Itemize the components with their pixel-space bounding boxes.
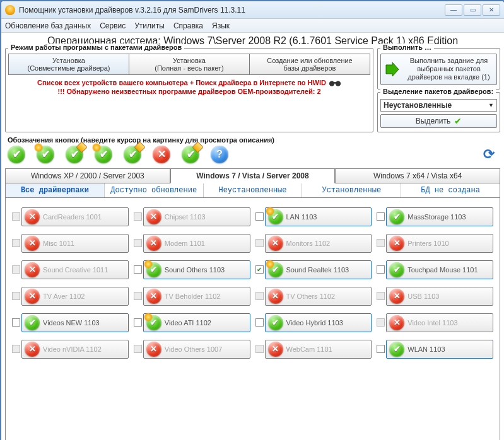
- driverpack-label: Video Hybrid 1103: [286, 319, 343, 327]
- refresh-icon[interactable]: ⟳: [480, 146, 498, 163]
- driverpack-button[interactable]: ✔Sound Realtek 1103: [265, 260, 372, 279]
- driverpack-item: ✔MassStorage 1103: [377, 207, 493, 227]
- cross-icon: ✕: [146, 289, 161, 304]
- driverpack-item: ✕Modem 1101: [134, 233, 250, 253]
- driverpack-item: ✕TV Aver 1102: [12, 286, 129, 306]
- driverpack-checkbox[interactable]: [377, 212, 385, 221]
- driverpack-checkbox[interactable]: [134, 265, 142, 274]
- legend-cross-icon: ✕: [153, 146, 170, 163]
- execute-button[interactable]: Выполнить задание для выбранных пакетов …: [380, 54, 497, 85]
- driverpack-button[interactable]: ✕Video Others 1007: [143, 340, 250, 359]
- driverpack-checkbox[interactable]: [377, 265, 385, 274]
- legend-check-warn-icon: ✔: [66, 146, 83, 163]
- driverpack-button[interactable]: ✕Modem 1101: [143, 234, 250, 253]
- driverpack-item: ✔Touchpad Mouse 1101: [377, 260, 493, 280]
- driverpack-button[interactable]: ✕TV Aver 1102: [21, 287, 129, 306]
- driverpack-checkbox[interactable]: [12, 318, 20, 327]
- menu-utils[interactable]: Утилиты: [134, 21, 165, 30]
- driverpack-button[interactable]: ✔Video Hybrid 1103: [265, 313, 372, 332]
- subtab-installed[interactable]: Установленные: [302, 183, 401, 197]
- subtab-nodb[interactable]: БД не создана: [401, 183, 500, 197]
- mode-tab-compatible[interactable]: Установка (Совместимые драйвера): [8, 54, 129, 75]
- driverpack-checkbox[interactable]: ✔: [255, 265, 264, 274]
- legend-check-warn3-icon: ✔: [182, 146, 199, 163]
- driverpack-checkbox[interactable]: [255, 212, 264, 221]
- cross-icon: ✕: [25, 342, 40, 357]
- driverpack-label: Chipset 1103: [165, 213, 206, 221]
- driverpack-label: TV Aver 1102: [43, 292, 85, 300]
- driverpack-label: Video Others 1007: [165, 345, 223, 353]
- driverpack-button[interactable]: ✕TV Beholder 1102: [143, 287, 250, 306]
- driverpack-button[interactable]: ✔LAN 1103: [265, 207, 372, 226]
- hwid-search-link[interactable]: Список всех устройств вашего компьютера …: [37, 78, 341, 88]
- driverpack-item: ✕Chipset 1103: [134, 207, 250, 227]
- cross-icon: ✕: [146, 209, 161, 224]
- driverpack-button[interactable]: ✕Monitors 1102: [265, 234, 372, 253]
- menu-update[interactable]: Обновление баз данных: [5, 21, 91, 30]
- oem-warning: !!! Обнаружено неизвестных программе дра…: [8, 88, 370, 95]
- cross-icon: ✕: [25, 289, 40, 304]
- driverpack-button[interactable]: ✕Chipset 1103: [143, 207, 250, 226]
- driverpack-item: ✔LAN 1103: [255, 207, 372, 227]
- driverpack-label: Modem 1101: [165, 240, 205, 247]
- driverpack-button[interactable]: ✕WebCam 1101: [265, 340, 372, 359]
- mode-tab-full[interactable]: Установка (Полная - весь пакет): [129, 54, 249, 75]
- os-tab-7x64[interactable]: Windows 7 x64 / Vista x64: [335, 168, 500, 183]
- subtab-update[interactable]: Доступно обновление: [105, 183, 204, 197]
- check-icon: ✔: [454, 116, 462, 126]
- selection-group: Выделение пакетов драйверов: Неустановле…: [377, 92, 500, 132]
- driverpack-button[interactable]: ✔Touchpad Mouse 1101: [386, 260, 493, 279]
- subtab-uninstalled[interactable]: Неустановленные: [204, 183, 303, 197]
- driverpack-button[interactable]: ✕Printers 1010: [386, 234, 493, 253]
- driverpack-item: ✔Video ATI 1102: [134, 313, 250, 333]
- driverpack-item: ✕USB 1103: [377, 286, 493, 306]
- mode-group-label: Режим работы программы с пакетами драйве…: [8, 43, 184, 51]
- driverpack-button[interactable]: ✕CardReaders 1001: [21, 207, 129, 226]
- menu-service[interactable]: Сервис: [100, 21, 126, 30]
- select-button[interactable]: Выделить ✔: [380, 114, 497, 128]
- menu-lang[interactable]: Язык: [212, 21, 230, 30]
- driverpack-checkbox[interactable]: [255, 318, 264, 327]
- driverpack-item: ✔Videos NEW 1103: [12, 313, 129, 333]
- driverpack-item: ✕Printers 1010: [377, 233, 493, 253]
- driverpack-item: ✕WebCam 1101: [255, 339, 372, 359]
- driverpack-label: Sound Creative 1011: [43, 266, 108, 274]
- minimize-button[interactable]: —: [445, 4, 462, 16]
- driverpack-button[interactable]: ✔Videos NEW 1103: [21, 313, 129, 332]
- driverpack-button[interactable]: ✔Sound Others 1103: [143, 260, 250, 279]
- driverpack-checkbox: [134, 239, 142, 247]
- close-button[interactable]: ✕: [483, 4, 500, 16]
- mode-tab-createdb[interactable]: Создание или обновление базы драйверов: [249, 54, 370, 75]
- cross-icon: ✕: [389, 236, 404, 251]
- os-tab-7[interactable]: Windows 7 / Vista / Server 2008: [170, 168, 336, 183]
- selection-dropdown[interactable]: Неустановленные ▼: [380, 99, 497, 112]
- driverpack-button[interactable]: ✕Misc 1011: [21, 234, 129, 253]
- driverpack-button[interactable]: ✔Video ATI 1102: [143, 313, 250, 332]
- driverpack-button[interactable]: ✕Video Intel 1103: [386, 313, 493, 332]
- driverpack-label: LAN 1103: [286, 213, 317, 221]
- driverpack-label: Videos NEW 1103: [43, 319, 100, 327]
- driverpack-button[interactable]: ✔MassStorage 1103: [386, 207, 493, 226]
- legend-check-warn2-icon: ✔: [124, 146, 141, 163]
- driverpack-button[interactable]: ✕Video nVIDIA 1102: [21, 340, 129, 359]
- driverpack-button[interactable]: ✕USB 1103: [386, 287, 493, 306]
- driverpack-item: ✕TV Others 1102: [255, 286, 372, 306]
- driverpack-checkbox: [255, 345, 264, 353]
- subtab-all[interactable]: Все драйверпаки: [6, 183, 105, 197]
- mode-group: Режим работы программы с пакетами драйве…: [5, 48, 373, 132]
- os-tab-xp[interactable]: Windows XP / 2000 / Server 2003: [5, 168, 170, 183]
- menu-help[interactable]: Справка: [173, 21, 203, 30]
- maximize-button[interactable]: ▭: [464, 4, 481, 16]
- driverpack-button[interactable]: ✔WLAN 1103: [386, 340, 493, 359]
- driverpack-label: TV Beholder 1102: [165, 292, 221, 300]
- app-icon: [5, 5, 15, 15]
- check-icon: ✔: [389, 342, 404, 357]
- driverpack-checkbox[interactable]: [134, 318, 142, 327]
- driverpack-checkbox[interactable]: [377, 345, 385, 353]
- legend-check-star2-icon: ✔: [95, 146, 112, 163]
- driverpack-button[interactable]: ✕Sound Creative 1011: [21, 260, 129, 279]
- driverpack-grid: ✕CardReaders 1001✕Chipset 1103✔LAN 1103✔…: [5, 198, 500, 440]
- driverpack-checkbox: [377, 239, 385, 247]
- window-title: Помощник установки драйверов v.3.2.16 дл…: [19, 6, 445, 14]
- driverpack-button[interactable]: ✕TV Others 1102: [265, 287, 372, 306]
